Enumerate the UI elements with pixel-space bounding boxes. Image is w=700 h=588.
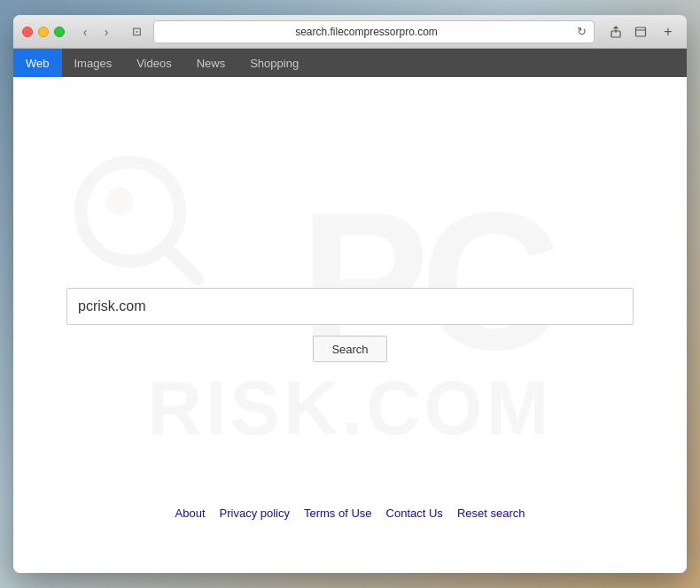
svg-line-4 — [167, 249, 198, 279]
tab-web[interactable]: Web — [13, 49, 62, 77]
new-tab-button[interactable]: + — [658, 22, 678, 42]
reset-search-link[interactable]: Reset search — [457, 507, 525, 520]
traffic-lights — [22, 27, 65, 37]
back-button[interactable]: ‹ — [75, 22, 95, 42]
contact-us-link[interactable]: Contact Us — [386, 507, 443, 520]
watermark-risk: RISK.COM — [148, 365, 553, 452]
about-link[interactable]: About — [175, 507, 206, 520]
toolbar-right — [605, 21, 651, 43]
tab-images[interactable]: Images — [62, 49, 125, 77]
forward-button[interactable]: › — [97, 22, 116, 42]
browser-window: ‹ › ⊡ search.filecompressorpro.com ↻ — [13, 15, 687, 573]
svg-rect-1 — [636, 27, 646, 36]
share-button[interactable] — [605, 21, 626, 43]
search-input[interactable] — [66, 288, 634, 325]
url-text: search.filecompressorpro.com — [161, 26, 572, 38]
magnifier-watermark — [66, 148, 208, 293]
tab-videos[interactable]: Videos — [124, 49, 184, 77]
minimize-button[interactable] — [38, 27, 49, 37]
tab-shopping[interactable]: Shopping — [237, 49, 311, 77]
page-content: PC RISK.COM Search About Privacy policy … — [13, 77, 687, 573]
title-bar: ‹ › ⊡ search.filecompressorpro.com ↻ — [13, 15, 687, 49]
nav-buttons: ‹ › — [75, 22, 116, 42]
close-button[interactable] — [22, 27, 33, 37]
terms-of-use-link[interactable]: Terms of Use — [304, 507, 372, 520]
refresh-button[interactable]: ↻ — [577, 25, 587, 38]
maximize-button[interactable] — [54, 27, 65, 37]
tab-news[interactable]: News — [184, 49, 238, 77]
search-button[interactable]: Search — [313, 336, 386, 362]
search-tabs-bar: Web Images Videos News Shopping — [13, 49, 687, 77]
svg-point-5 — [105, 187, 134, 215]
fullscreen-button[interactable] — [630, 21, 651, 43]
footer-links: About Privacy policy Terms of Use Contac… — [175, 507, 525, 520]
svg-point-3 — [81, 162, 180, 261]
search-form: Search — [66, 288, 634, 362]
privacy-policy-link[interactable]: Privacy policy — [220, 507, 290, 520]
address-bar[interactable]: search.filecompressorpro.com ↻ — [153, 20, 595, 43]
tab-icon-button[interactable]: ⊡ — [127, 22, 146, 42]
